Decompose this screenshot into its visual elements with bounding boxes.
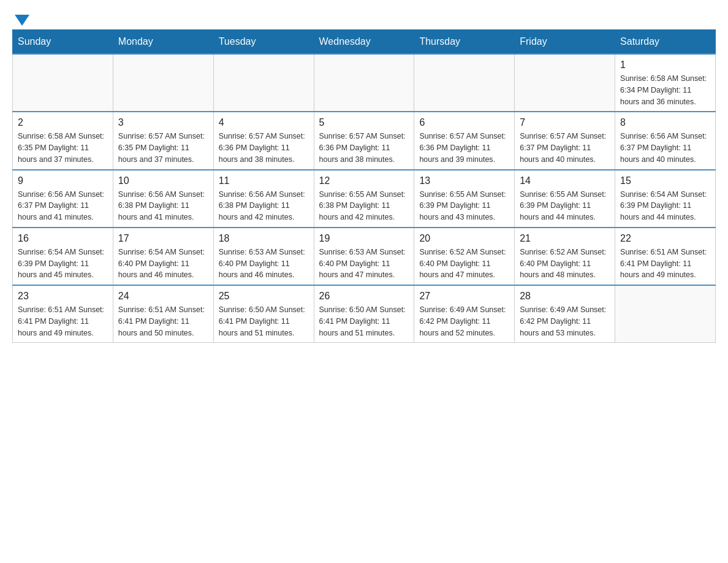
day-cell: 18Sunrise: 6:53 AM Sunset: 6:40 PM Dayli…: [213, 228, 314, 285]
day-number: 19: [319, 233, 409, 244]
calendar-table: SundayMondayTuesdayWednesdayThursdayFrid…: [12, 29, 716, 343]
day-cell: [113, 54, 213, 112]
day-cell: 6Sunrise: 6:57 AM Sunset: 6:36 PM Daylig…: [414, 112, 515, 169]
day-info: Sunrise: 6:58 AM Sunset: 6:34 PM Dayligh…: [620, 73, 710, 107]
day-cell: 9Sunrise: 6:56 AM Sunset: 6:37 PM Daylig…: [13, 170, 113, 228]
day-cell: 14Sunrise: 6:55 AM Sunset: 6:39 PM Dayli…: [515, 170, 615, 228]
day-info: Sunrise: 6:54 AM Sunset: 6:39 PM Dayligh…: [620, 189, 710, 223]
weekday-header-row: SundayMondayTuesdayWednesdayThursdayFrid…: [13, 30, 716, 55]
day-number: 17: [118, 233, 208, 244]
day-number: 6: [419, 117, 509, 128]
day-info: Sunrise: 6:56 AM Sunset: 6:37 PM Dayligh…: [18, 189, 108, 223]
day-cell: 22Sunrise: 6:51 AM Sunset: 6:41 PM Dayli…: [615, 228, 716, 285]
day-cell: 27Sunrise: 6:49 AM Sunset: 6:42 PM Dayli…: [414, 285, 515, 343]
day-info: Sunrise: 6:56 AM Sunset: 6:38 PM Dayligh…: [118, 189, 208, 223]
day-info: Sunrise: 6:57 AM Sunset: 6:36 PM Dayligh…: [319, 131, 409, 165]
logo-arrow-icon: [15, 15, 29, 26]
day-info: Sunrise: 6:57 AM Sunset: 6:37 PM Dayligh…: [520, 131, 610, 165]
weekday-header-thursday: Thursday: [414, 30, 515, 55]
week-row-2: 2Sunrise: 6:58 AM Sunset: 6:35 PM Daylig…: [13, 112, 716, 169]
day-info: Sunrise: 6:57 AM Sunset: 6:35 PM Dayligh…: [118, 131, 208, 165]
day-number: 10: [118, 175, 208, 186]
day-cell: 19Sunrise: 6:53 AM Sunset: 6:40 PM Dayli…: [314, 228, 414, 285]
day-cell: 20Sunrise: 6:52 AM Sunset: 6:40 PM Dayli…: [414, 228, 515, 285]
week-row-4: 16Sunrise: 6:54 AM Sunset: 6:39 PM Dayli…: [13, 228, 716, 285]
day-cell: 8Sunrise: 6:56 AM Sunset: 6:37 PM Daylig…: [615, 112, 716, 169]
day-number: 9: [18, 175, 108, 186]
day-info: Sunrise: 6:50 AM Sunset: 6:41 PM Dayligh…: [219, 304, 309, 339]
day-number: 8: [620, 117, 710, 128]
day-info: Sunrise: 6:55 AM Sunset: 6:38 PM Dayligh…: [319, 189, 409, 223]
day-number: 4: [219, 117, 309, 128]
weekday-header-wednesday: Wednesday: [314, 30, 414, 55]
weekday-header-tuesday: Tuesday: [213, 30, 314, 55]
logo: [12, 12, 29, 23]
week-row-3: 9Sunrise: 6:56 AM Sunset: 6:37 PM Daylig…: [13, 170, 716, 228]
day-cell: 21Sunrise: 6:52 AM Sunset: 6:40 PM Dayli…: [515, 228, 615, 285]
day-number: 26: [319, 291, 409, 302]
day-info: Sunrise: 6:56 AM Sunset: 6:38 PM Dayligh…: [219, 189, 309, 223]
day-info: Sunrise: 6:53 AM Sunset: 6:40 PM Dayligh…: [319, 247, 409, 281]
weekday-header-friday: Friday: [515, 30, 615, 55]
day-number: 1: [620, 59, 710, 71]
day-number: 14: [520, 175, 610, 186]
day-number: 23: [18, 291, 108, 302]
day-cell: 12Sunrise: 6:55 AM Sunset: 6:38 PM Dayli…: [314, 170, 414, 228]
day-info: Sunrise: 6:54 AM Sunset: 6:40 PM Dayligh…: [118, 247, 208, 281]
day-info: Sunrise: 6:51 AM Sunset: 6:41 PM Dayligh…: [18, 304, 108, 339]
day-cell: 25Sunrise: 6:50 AM Sunset: 6:41 PM Dayli…: [213, 285, 314, 343]
day-info: Sunrise: 6:52 AM Sunset: 6:40 PM Dayligh…: [419, 247, 509, 281]
day-cell: 15Sunrise: 6:54 AM Sunset: 6:39 PM Dayli…: [615, 170, 716, 228]
day-cell: [414, 54, 515, 112]
day-number: 20: [419, 233, 509, 244]
day-cell: [615, 285, 716, 343]
day-number: 2: [18, 117, 108, 128]
day-cell: 2Sunrise: 6:58 AM Sunset: 6:35 PM Daylig…: [13, 112, 113, 169]
day-cell: [213, 54, 314, 112]
day-cell: 4Sunrise: 6:57 AM Sunset: 6:36 PM Daylig…: [213, 112, 314, 169]
day-number: 3: [118, 117, 208, 128]
weekday-header-saturday: Saturday: [615, 30, 716, 55]
day-info: Sunrise: 6:54 AM Sunset: 6:39 PM Dayligh…: [18, 247, 108, 281]
day-number: 11: [219, 175, 309, 186]
day-info: Sunrise: 6:55 AM Sunset: 6:39 PM Dayligh…: [419, 189, 509, 223]
day-number: 25: [219, 291, 309, 302]
weekday-header-monday: Monday: [113, 30, 213, 55]
day-info: Sunrise: 6:55 AM Sunset: 6:39 PM Dayligh…: [520, 189, 610, 223]
day-cell: 28Sunrise: 6:49 AM Sunset: 6:42 PM Dayli…: [515, 285, 615, 343]
day-number: 27: [419, 291, 509, 302]
day-cell: 13Sunrise: 6:55 AM Sunset: 6:39 PM Dayli…: [414, 170, 515, 228]
day-cell: [13, 54, 113, 112]
day-cell: 16Sunrise: 6:54 AM Sunset: 6:39 PM Dayli…: [13, 228, 113, 285]
day-info: Sunrise: 6:58 AM Sunset: 6:35 PM Dayligh…: [18, 131, 108, 165]
day-cell: 3Sunrise: 6:57 AM Sunset: 6:35 PM Daylig…: [113, 112, 213, 169]
day-number: 22: [620, 233, 710, 244]
day-cell: 1Sunrise: 6:58 AM Sunset: 6:34 PM Daylig…: [615, 54, 716, 112]
day-number: 18: [219, 233, 309, 244]
day-cell: 26Sunrise: 6:50 AM Sunset: 6:41 PM Dayli…: [314, 285, 414, 343]
day-cell: 10Sunrise: 6:56 AM Sunset: 6:38 PM Dayli…: [113, 170, 213, 228]
day-cell: 7Sunrise: 6:57 AM Sunset: 6:37 PM Daylig…: [515, 112, 615, 169]
day-info: Sunrise: 6:56 AM Sunset: 6:37 PM Dayligh…: [620, 131, 710, 165]
day-info: Sunrise: 6:57 AM Sunset: 6:36 PM Dayligh…: [419, 131, 509, 165]
day-cell: 23Sunrise: 6:51 AM Sunset: 6:41 PM Dayli…: [13, 285, 113, 343]
day-info: Sunrise: 6:53 AM Sunset: 6:40 PM Dayligh…: [219, 247, 309, 281]
day-number: 24: [118, 291, 208, 302]
day-number: 5: [319, 117, 409, 128]
day-cell: [314, 54, 414, 112]
page-header: [12, 12, 716, 23]
day-number: 28: [520, 291, 610, 302]
day-number: 21: [520, 233, 610, 244]
day-cell: 17Sunrise: 6:54 AM Sunset: 6:40 PM Dayli…: [113, 228, 213, 285]
day-info: Sunrise: 6:49 AM Sunset: 6:42 PM Dayligh…: [520, 304, 610, 339]
day-info: Sunrise: 6:52 AM Sunset: 6:40 PM Dayligh…: [520, 247, 610, 281]
day-cell: 24Sunrise: 6:51 AM Sunset: 6:41 PM Dayli…: [113, 285, 213, 343]
day-number: 7: [520, 117, 610, 128]
day-info: Sunrise: 6:51 AM Sunset: 6:41 PM Dayligh…: [620, 247, 710, 281]
week-row-5: 23Sunrise: 6:51 AM Sunset: 6:41 PM Dayli…: [13, 285, 716, 343]
week-row-1: 1Sunrise: 6:58 AM Sunset: 6:34 PM Daylig…: [13, 54, 716, 112]
day-number: 16: [18, 233, 108, 244]
day-info: Sunrise: 6:57 AM Sunset: 6:36 PM Dayligh…: [219, 131, 309, 165]
day-info: Sunrise: 6:49 AM Sunset: 6:42 PM Dayligh…: [419, 304, 509, 339]
day-cell: 5Sunrise: 6:57 AM Sunset: 6:36 PM Daylig…: [314, 112, 414, 169]
